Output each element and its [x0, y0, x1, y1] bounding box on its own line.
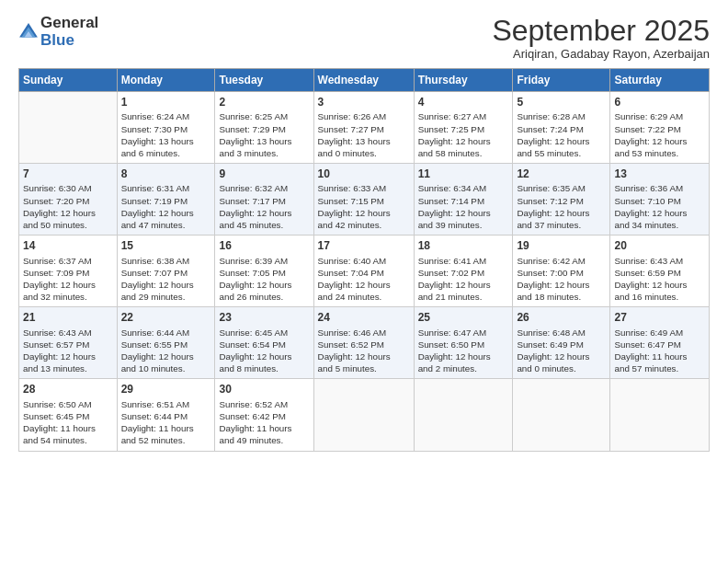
- day-info: Sunrise: 6:46 AM Sunset: 6:52 PM Dayligh…: [318, 327, 410, 375]
- day-header-wednesday: Wednesday: [313, 69, 414, 92]
- day-number: 26: [517, 310, 606, 325]
- day-cell: 21Sunrise: 6:43 AM Sunset: 6:57 PM Dayli…: [19, 307, 118, 379]
- day-cell: 28Sunrise: 6:50 AM Sunset: 6:45 PM Dayli…: [19, 379, 118, 451]
- page: General Blue September 2025 Ariqiran, Ga…: [0, 0, 728, 461]
- week-row-3: 14Sunrise: 6:37 AM Sunset: 7:09 PM Dayli…: [19, 236, 710, 307]
- day-cell: 14Sunrise: 6:37 AM Sunset: 7:09 PM Dayli…: [19, 236, 118, 307]
- day-info: Sunrise: 6:31 AM Sunset: 7:19 PM Dayligh…: [121, 182, 211, 231]
- day-cell: 6Sunrise: 6:29 AM Sunset: 7:22 PM Daylig…: [610, 92, 710, 164]
- day-info: Sunrise: 6:39 AM Sunset: 7:05 PM Dayligh…: [219, 255, 309, 304]
- day-header-tuesday: Tuesday: [215, 69, 313, 92]
- day-info: Sunrise: 6:48 AM Sunset: 6:49 PM Dayligh…: [517, 327, 606, 375]
- day-info: Sunrise: 6:29 AM Sunset: 7:22 PM Dayligh…: [614, 110, 705, 159]
- day-info: Sunrise: 6:40 AM Sunset: 7:04 PM Dayligh…: [318, 255, 410, 304]
- day-number: 30: [219, 382, 309, 396]
- day-cell: 22Sunrise: 6:44 AM Sunset: 6:55 PM Dayli…: [117, 307, 215, 379]
- day-info: Sunrise: 6:34 AM Sunset: 7:14 PM Dayligh…: [418, 182, 509, 231]
- day-number: 28: [23, 382, 113, 396]
- day-info: Sunrise: 6:51 AM Sunset: 6:44 PM Dayligh…: [121, 398, 211, 447]
- day-cell: [610, 379, 710, 451]
- day-header-monday: Monday: [117, 69, 215, 92]
- day-cell: 13Sunrise: 6:36 AM Sunset: 7:10 PM Dayli…: [610, 164, 710, 236]
- day-cell: 20Sunrise: 6:43 AM Sunset: 6:59 PM Dayli…: [610, 236, 710, 307]
- day-cell: 17Sunrise: 6:40 AM Sunset: 7:04 PM Dayli…: [313, 236, 414, 307]
- day-header-friday: Friday: [513, 69, 610, 92]
- day-number: 22: [121, 310, 211, 325]
- day-cell: 16Sunrise: 6:39 AM Sunset: 7:05 PM Dayli…: [215, 236, 313, 307]
- day-cell: 24Sunrise: 6:46 AM Sunset: 6:52 PM Dayli…: [313, 307, 414, 379]
- day-number: 27: [614, 310, 705, 325]
- day-number: 11: [418, 167, 509, 181]
- day-cell: 11Sunrise: 6:34 AM Sunset: 7:14 PM Dayli…: [414, 164, 513, 236]
- day-cell: 12Sunrise: 6:35 AM Sunset: 7:12 PM Dayli…: [513, 164, 610, 236]
- logo: General Blue: [18, 15, 98, 49]
- day-info: Sunrise: 6:42 AM Sunset: 7:00 PM Dayligh…: [517, 255, 606, 304]
- day-number: 24: [318, 310, 410, 325]
- day-number: 9: [219, 167, 309, 181]
- day-cell: 1Sunrise: 6:24 AM Sunset: 7:30 PM Daylig…: [117, 92, 215, 164]
- day-cell: 19Sunrise: 6:42 AM Sunset: 7:00 PM Dayli…: [513, 236, 610, 307]
- day-number: 21: [23, 310, 113, 325]
- day-info: Sunrise: 6:35 AM Sunset: 7:12 PM Dayligh…: [517, 182, 606, 231]
- day-number: 5: [517, 95, 606, 109]
- day-cell: [313, 379, 414, 451]
- week-row-5: 28Sunrise: 6:50 AM Sunset: 6:45 PM Dayli…: [19, 379, 710, 451]
- subtitle: Ariqiran, Gadabay Rayon, Azerbaijan: [492, 47, 710, 61]
- day-info: Sunrise: 6:44 AM Sunset: 6:55 PM Dayligh…: [121, 327, 211, 375]
- day-info: Sunrise: 6:38 AM Sunset: 7:07 PM Dayligh…: [121, 255, 211, 304]
- day-info: Sunrise: 6:45 AM Sunset: 6:54 PM Dayligh…: [219, 327, 309, 375]
- day-header-sunday: Sunday: [19, 69, 118, 92]
- day-number: 29: [121, 382, 211, 396]
- day-number: 25: [418, 310, 509, 325]
- day-cell: 5Sunrise: 6:28 AM Sunset: 7:24 PM Daylig…: [513, 92, 610, 164]
- week-row-1: 1Sunrise: 6:24 AM Sunset: 7:30 PM Daylig…: [19, 92, 710, 164]
- day-number: 15: [121, 238, 211, 253]
- day-cell: [414, 379, 513, 451]
- day-info: Sunrise: 6:36 AM Sunset: 7:10 PM Dayligh…: [614, 182, 705, 231]
- day-cell: 8Sunrise: 6:31 AM Sunset: 7:19 PM Daylig…: [117, 164, 215, 236]
- day-info: Sunrise: 6:30 AM Sunset: 7:20 PM Dayligh…: [23, 182, 113, 231]
- title-block: September 2025 Ariqiran, Gadabay Rayon, …: [492, 15, 710, 61]
- day-number: 14: [23, 238, 113, 253]
- day-number: 13: [614, 167, 705, 181]
- day-cell: [19, 92, 118, 164]
- day-info: Sunrise: 6:26 AM Sunset: 7:27 PM Dayligh…: [318, 110, 410, 159]
- day-number: 23: [219, 310, 309, 325]
- day-info: Sunrise: 6:47 AM Sunset: 6:50 PM Dayligh…: [418, 327, 509, 375]
- logo-text: General Blue: [40, 15, 98, 49]
- day-header-saturday: Saturday: [610, 69, 710, 92]
- day-cell: [513, 379, 610, 451]
- day-number: 1: [121, 95, 211, 109]
- day-number: 4: [418, 95, 509, 109]
- day-info: Sunrise: 6:49 AM Sunset: 6:47 PM Dayligh…: [614, 327, 705, 375]
- day-info: Sunrise: 6:33 AM Sunset: 7:15 PM Dayligh…: [318, 182, 410, 231]
- day-info: Sunrise: 6:52 AM Sunset: 6:42 PM Dayligh…: [219, 398, 309, 447]
- day-cell: 9Sunrise: 6:32 AM Sunset: 7:17 PM Daylig…: [215, 164, 313, 236]
- day-cell: 23Sunrise: 6:45 AM Sunset: 6:54 PM Dayli…: [215, 307, 313, 379]
- logo-icon: [18, 22, 39, 42]
- day-info: Sunrise: 6:41 AM Sunset: 7:02 PM Dayligh…: [418, 255, 509, 304]
- week-row-4: 21Sunrise: 6:43 AM Sunset: 6:57 PM Dayli…: [19, 307, 710, 379]
- logo-blue: Blue: [40, 32, 98, 50]
- day-info: Sunrise: 6:24 AM Sunset: 7:30 PM Dayligh…: [121, 110, 211, 159]
- day-header-thursday: Thursday: [414, 69, 513, 92]
- day-info: Sunrise: 6:28 AM Sunset: 7:24 PM Dayligh…: [517, 110, 606, 159]
- day-info: Sunrise: 6:25 AM Sunset: 7:29 PM Dayligh…: [219, 110, 309, 159]
- day-number: 3: [318, 95, 410, 109]
- day-number: 8: [121, 167, 211, 181]
- day-cell: 3Sunrise: 6:26 AM Sunset: 7:27 PM Daylig…: [313, 92, 414, 164]
- calendar-table: SundayMondayTuesdayWednesdayThursdayFrid…: [18, 68, 710, 451]
- day-info: Sunrise: 6:50 AM Sunset: 6:45 PM Dayligh…: [23, 398, 113, 447]
- day-cell: 27Sunrise: 6:49 AM Sunset: 6:47 PM Dayli…: [610, 307, 710, 379]
- week-row-2: 7Sunrise: 6:30 AM Sunset: 7:20 PM Daylig…: [19, 164, 710, 236]
- day-number: 12: [517, 167, 606, 181]
- day-cell: 15Sunrise: 6:38 AM Sunset: 7:07 PM Dayli…: [117, 236, 215, 307]
- day-number: 18: [418, 238, 509, 253]
- day-cell: 2Sunrise: 6:25 AM Sunset: 7:29 PM Daylig…: [215, 92, 313, 164]
- month-title: September 2025: [492, 15, 710, 47]
- day-info: Sunrise: 6:43 AM Sunset: 6:57 PM Dayligh…: [23, 327, 113, 375]
- day-info: Sunrise: 6:43 AM Sunset: 6:59 PM Dayligh…: [614, 255, 705, 304]
- day-info: Sunrise: 6:27 AM Sunset: 7:25 PM Dayligh…: [418, 110, 509, 159]
- day-number: 20: [614, 238, 705, 253]
- day-cell: 25Sunrise: 6:47 AM Sunset: 6:50 PM Dayli…: [414, 307, 513, 379]
